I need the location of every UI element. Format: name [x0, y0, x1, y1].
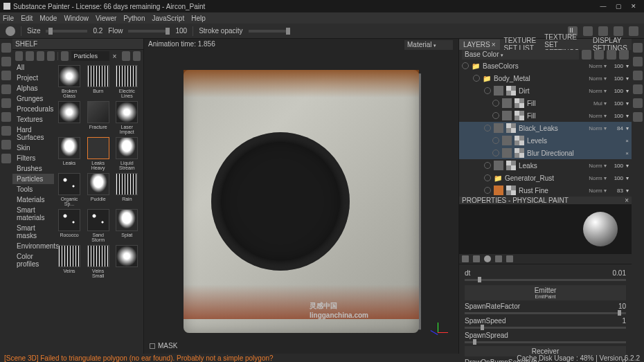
shelf-thumb[interactable]: Leaks Heavy — [86, 137, 111, 170]
visibility-icon[interactable] — [484, 162, 491, 169]
category-item[interactable]: Environments — [12, 241, 54, 251]
right-tool-6-icon[interactable] — [633, 112, 643, 122]
stroke-slider[interactable] — [249, 30, 290, 33]
shelf-thumb[interactable] — [114, 245, 139, 278]
shelf-search-clear[interactable]: × — [112, 53, 116, 60]
delete-layer-icon[interactable] — [619, 50, 629, 60]
prop-channel-icon[interactable] — [506, 255, 513, 262]
flow-slider[interactable] — [128, 30, 170, 33]
projection-tool-icon[interactable] — [1, 71, 11, 80]
category-item[interactable]: All — [12, 62, 54, 73]
menu-javascript[interactable]: JavaScript — [152, 15, 184, 22]
visibility-icon[interactable] — [492, 112, 499, 119]
visibility-icon[interactable] — [484, 87, 491, 94]
maximize-button[interactable]: ▢ — [611, 1, 625, 11]
category-item[interactable]: Materials — [12, 194, 54, 205]
layer-row[interactable]: Rust FineNorm ▾83 ▾ — [459, 184, 632, 197]
channel-select[interactable]: Base Color ▾ — [462, 50, 579, 60]
right-tool-2-icon[interactable] — [633, 57, 643, 66]
category-item[interactable]: Particles — [12, 174, 54, 184]
menu-help[interactable]: Help — [191, 15, 206, 22]
category-item[interactable]: Procedurals — [12, 104, 54, 114]
param-slider[interactable] — [465, 341, 626, 343]
smudge-tool-icon[interactable] — [1, 98, 11, 108]
shelf-thumb[interactable]: Veins Small — [86, 245, 111, 278]
clone-tool-icon[interactable] — [1, 112, 11, 122]
category-item[interactable]: Hard Surfaces — [12, 125, 54, 143]
layer-row[interactable]: FillMul ▾100 ▾ — [459, 97, 632, 109]
properties-close-icon[interactable]: × — [625, 197, 629, 204]
shelf-thumb[interactable] — [57, 101, 82, 134]
shelf-thumb[interactable]: Leaks — [57, 137, 82, 170]
shelf-thumb[interactable]: Rain — [114, 173, 139, 206]
shelf-thumb[interactable]: Laser Impact — [114, 101, 139, 134]
add-layer-icon[interactable] — [582, 50, 591, 60]
shelf-thumb[interactable]: Fracture — [86, 101, 111, 134]
category-item[interactable]: Color profiles — [12, 251, 54, 269]
right-tool-3-icon[interactable] — [633, 71, 643, 80]
emitter-header[interactable]: Emitter — [466, 287, 625, 294]
close-button[interactable]: ✕ — [627, 1, 641, 11]
shelf-thumb[interactable]: Rococco — [57, 209, 82, 242]
shelf-thumb[interactable]: Burn — [86, 65, 111, 98]
tab-layers[interactable]: LAYERS× — [459, 39, 500, 50]
category-item[interactable]: Smart masks — [12, 223, 54, 241]
shelf-shape-icon[interactable] — [37, 51, 44, 61]
param-slider[interactable] — [465, 312, 626, 314]
brush-preview-icon[interactable] — [6, 26, 15, 36]
visibility-icon[interactable] — [484, 125, 491, 132]
fill-tool-icon[interactable] — [1, 84, 11, 94]
shelf-thumb[interactable]: Organic Sp... — [57, 173, 82, 206]
shelf-import-icon[interactable] — [15, 51, 23, 61]
param-slider[interactable] — [465, 279, 626, 281]
size-slider[interactable] — [46, 30, 87, 33]
menu-edit[interactable]: Edit — [21, 15, 33, 22]
shelf-folder-icon[interactable] — [26, 51, 33, 61]
shelf-grid-icon[interactable] — [122, 51, 129, 61]
menu-mode[interactable]: Mode — [39, 15, 57, 22]
visibility-icon[interactable] — [484, 187, 491, 194]
material-preview[interactable] — [459, 205, 632, 253]
category-item[interactable]: Filters — [12, 153, 54, 163]
right-tool-5-icon[interactable] — [633, 98, 643, 108]
layer-row[interactable]: FillNorm ▾100 ▾ — [459, 109, 632, 122]
category-item[interactable]: Alphas — [12, 83, 54, 93]
camera-icon[interactable] — [614, 26, 623, 36]
close-icon[interactable]: × — [492, 41, 496, 48]
layer-row[interactable]: Levels× — [459, 134, 632, 147]
category-item[interactable]: Grunges — [12, 93, 54, 104]
shelf-thumb[interactable]: Puddle — [86, 173, 111, 206]
menu-viewer[interactable]: Viewer — [96, 15, 116, 22]
shelf-thumb[interactable]: Broken Glass — [57, 65, 82, 98]
add-effect-icon[interactable] — [594, 50, 604, 60]
add-mask-icon[interactable] — [607, 50, 616, 60]
shelf-thumb[interactable]: Veins — [57, 245, 82, 278]
category-item[interactable]: Project — [12, 73, 54, 83]
param-slider[interactable] — [465, 327, 626, 329]
category-item[interactable]: Brushes — [12, 163, 54, 174]
menu-file[interactable]: File — [3, 15, 14, 22]
axis-gizmo[interactable] — [427, 312, 448, 333]
shelf-view-icon[interactable] — [47, 51, 55, 61]
shelf-thumb[interactable]: Liquid Stream — [114, 137, 139, 170]
menu-window[interactable]: Window — [64, 15, 89, 22]
shelf-thumb[interactable]: Sand Storm — [86, 209, 111, 242]
prop-material-icon[interactable] — [495, 255, 502, 262]
category-item[interactable]: Skin — [12, 143, 54, 153]
viewport[interactable]: Animation time: 1.856 Material ▾ MASK 灵感… — [144, 39, 458, 354]
visibility-icon[interactable] — [462, 62, 469, 69]
visibility-icon[interactable] — [473, 75, 480, 82]
layer-row[interactable]: Blur Directional× — [459, 147, 632, 159]
visibility-icon[interactable] — [492, 100, 499, 107]
geometry-tool-icon[interactable] — [1, 140, 11, 150]
shelf-thumb[interactable]: Electric Lines — [114, 65, 139, 98]
prop-alpha-icon[interactable] — [473, 255, 480, 262]
layer-row[interactable]: Black_LeaksNorm ▾84 ▾ — [459, 122, 632, 134]
eraser-tool-icon[interactable] — [1, 57, 11, 66]
picker-tool-icon[interactable] — [1, 126, 11, 136]
category-item[interactable]: Tools — [12, 184, 54, 194]
select-tool-icon[interactable] — [1, 154, 11, 163]
layer-row[interactable]: 📁Generator_RustNorm ▾100 ▾ — [459, 172, 632, 184]
visibility-icon[interactable] — [492, 150, 499, 156]
category-item[interactable]: Smart materials — [12, 205, 54, 223]
